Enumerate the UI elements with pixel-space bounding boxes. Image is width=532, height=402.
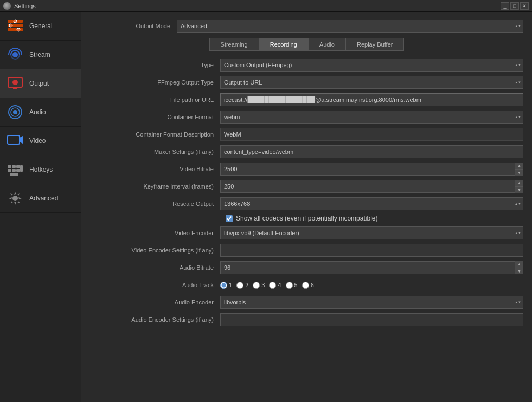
close-button[interactable]: ✕ bbox=[520, 2, 529, 10]
container-format-label: Container Format bbox=[90, 114, 220, 120]
file-path-control[interactable] bbox=[220, 93, 523, 106]
video-bitrate-control[interactable]: ▲ ▼ bbox=[220, 163, 523, 176]
video-encoder-select-wrapper[interactable]: libvpx-vp9 (Default Encoder) bbox=[220, 226, 523, 239]
ffmpeg-output-type-label: FFmpeg Output Type bbox=[90, 79, 220, 86]
container-format-select[interactable]: webm bbox=[220, 111, 523, 124]
muxer-settings-input[interactable] bbox=[220, 145, 523, 158]
keyframe-interval-row: Keyframe interval (frames) ▲ ▼ bbox=[90, 179, 523, 194]
general-icon bbox=[7, 17, 24, 35]
keyframe-interval-down[interactable]: ▼ bbox=[515, 187, 523, 193]
ffmpeg-output-type-row: FFmpeg Output Type Output to URL bbox=[90, 75, 523, 90]
audio-bitrate-control[interactable]: ▲ ▼ bbox=[220, 261, 523, 274]
sidebar-label-video: Video bbox=[29, 137, 46, 145]
audio-track-label: Audio Track bbox=[90, 282, 220, 288]
audio-track-4-label[interactable]: 4 bbox=[269, 282, 281, 289]
audio-track-3-radio[interactable] bbox=[253, 282, 260, 289]
ffmpeg-output-type-control[interactable]: Output to URL bbox=[220, 76, 523, 89]
audio-track-3-text: 3 bbox=[261, 282, 265, 288]
file-path-input[interactable] bbox=[220, 93, 523, 106]
output-icon bbox=[7, 75, 24, 92]
video-bitrate-down[interactable]: ▼ bbox=[515, 170, 523, 176]
sidebar-item-audio[interactable]: Audio bbox=[0, 98, 81, 127]
video-bitrate-arrows[interactable]: ▲ ▼ bbox=[515, 163, 523, 176]
muxer-settings-control[interactable] bbox=[220, 145, 523, 158]
svg-point-5 bbox=[17, 28, 20, 31]
sidebar-item-stream[interactable]: Stream bbox=[0, 41, 81, 69]
audio-track-6-label[interactable]: 6 bbox=[302, 282, 314, 289]
output-mode-select[interactable]: Advanced bbox=[177, 20, 523, 33]
sidebar-label-general: General bbox=[29, 22, 53, 30]
container-format-row: Container Format webm bbox=[90, 109, 523, 125]
tab-replay-buffer[interactable]: Replay Buffer bbox=[345, 38, 404, 51]
file-path-label: File path or URL bbox=[90, 96, 220, 103]
tab-streaming[interactable]: Streaming bbox=[209, 38, 259, 51]
sidebar-item-advanced[interactable]: Advanced bbox=[0, 184, 81, 213]
sidebar-label-hotkeys: Hotkeys bbox=[29, 166, 53, 173]
video-bitrate-input[interactable] bbox=[220, 163, 523, 176]
audio-track-1-label[interactable]: 1 bbox=[220, 282, 232, 289]
audio-track-4-radio[interactable] bbox=[269, 282, 276, 289]
container-format-select-wrapper[interactable]: webm bbox=[220, 111, 523, 124]
window-controls[interactable]: _ □ ✕ bbox=[501, 2, 529, 10]
audio-encoder-settings-input[interactable] bbox=[220, 313, 523, 326]
keyframe-interval-control[interactable]: ▲ ▼ bbox=[220, 180, 523, 193]
sidebar-label-audio: Audio bbox=[29, 108, 46, 116]
keyframe-interval-input[interactable] bbox=[220, 180, 523, 193]
video-encoder-control[interactable]: libvpx-vp9 (Default Encoder) bbox=[220, 226, 523, 239]
video-encoder-select[interactable]: libvpx-vp9 (Default Encoder) bbox=[220, 226, 523, 239]
show-codecs-checkbox[interactable] bbox=[226, 215, 233, 222]
show-codecs-label[interactable]: Show all codecs (even if potentially inc… bbox=[236, 215, 377, 222]
minimize-button[interactable]: _ bbox=[501, 2, 509, 10]
tab-audio[interactable]: Audio bbox=[308, 38, 345, 51]
keyframe-interval-spinbox[interactable]: ▲ ▼ bbox=[220, 180, 523, 193]
audio-track-6-radio[interactable] bbox=[302, 282, 309, 289]
rescale-output-select[interactable]: 1366x768 bbox=[220, 197, 523, 210]
audio-track-5-radio[interactable] bbox=[286, 282, 293, 289]
sidebar-item-general[interactable]: General bbox=[0, 12, 81, 41]
type-select-wrapper[interactable]: Custom Output (FFmpeg) bbox=[220, 59, 523, 72]
audio-encoder-settings-control[interactable] bbox=[220, 313, 523, 326]
svg-rect-18 bbox=[8, 169, 11, 172]
video-bitrate-label: Video Bitrate bbox=[90, 166, 220, 172]
keyframe-interval-up[interactable]: ▲ bbox=[515, 180, 523, 187]
audio-track-3-label[interactable]: 3 bbox=[253, 282, 265, 289]
video-encoder-settings-control[interactable] bbox=[220, 244, 523, 257]
output-mode-select-wrapper[interactable]: Advanced bbox=[177, 20, 523, 33]
rescale-output-control[interactable]: 1366x768 bbox=[220, 197, 523, 210]
ffmpeg-output-type-select-wrapper[interactable]: Output to URL bbox=[220, 76, 523, 89]
video-bitrate-spinbox[interactable]: ▲ ▼ bbox=[220, 163, 523, 176]
audio-track-1-radio[interactable] bbox=[220, 282, 227, 289]
audio-bitrate-down[interactable]: ▼ bbox=[515, 268, 523, 275]
sidebar-item-hotkeys[interactable]: Hotkeys bbox=[0, 155, 81, 184]
audio-track-5-label[interactable]: 5 bbox=[286, 282, 298, 289]
audio-track-2-label[interactable]: 2 bbox=[236, 282, 248, 289]
audio-track-radio-group: 1 2 3 4 5 bbox=[220, 282, 523, 289]
type-control[interactable]: Custom Output (FFmpeg) bbox=[220, 59, 523, 72]
sidebar-label-output: Output bbox=[29, 80, 49, 87]
svg-rect-2 bbox=[8, 28, 23, 31]
audio-encoder-select[interactable]: libvorbis bbox=[220, 296, 523, 309]
audio-bitrate-arrows[interactable]: ▲ ▼ bbox=[515, 261, 523, 274]
container-format-control[interactable]: webm bbox=[220, 111, 523, 124]
sidebar-item-output[interactable]: Output bbox=[0, 69, 81, 98]
audio-track-2-radio[interactable] bbox=[236, 282, 243, 289]
keyframe-interval-arrows[interactable]: ▲ ▼ bbox=[515, 180, 523, 193]
audio-bitrate-input[interactable] bbox=[220, 261, 523, 274]
audio-encoder-control[interactable]: libvorbis bbox=[220, 296, 523, 309]
audio-encoder-select-wrapper[interactable]: libvorbis bbox=[220, 296, 523, 309]
output-mode-row: Output Mode Advanced bbox=[90, 20, 523, 33]
ffmpeg-output-type-select[interactable]: Output to URL bbox=[220, 76, 523, 89]
svg-point-8 bbox=[12, 80, 18, 85]
maximize-button[interactable]: □ bbox=[510, 2, 519, 10]
audio-track-5-text: 5 bbox=[294, 282, 298, 288]
rescale-output-select-wrapper[interactable]: 1366x768 bbox=[220, 197, 523, 210]
audio-bitrate-spinbox[interactable]: ▲ ▼ bbox=[220, 261, 523, 274]
audio-track-1-text: 1 bbox=[229, 282, 232, 288]
video-encoder-settings-input[interactable] bbox=[220, 244, 523, 257]
sidebar-item-video[interactable]: Video bbox=[0, 127, 81, 155]
video-bitrate-up[interactable]: ▲ bbox=[515, 163, 523, 170]
type-select[interactable]: Custom Output (FFmpeg) bbox=[220, 59, 523, 72]
sidebar: General Stream Output bbox=[0, 12, 81, 402]
audio-bitrate-up[interactable]: ▲ bbox=[515, 261, 523, 268]
tab-recording[interactable]: Recording bbox=[259, 38, 308, 51]
